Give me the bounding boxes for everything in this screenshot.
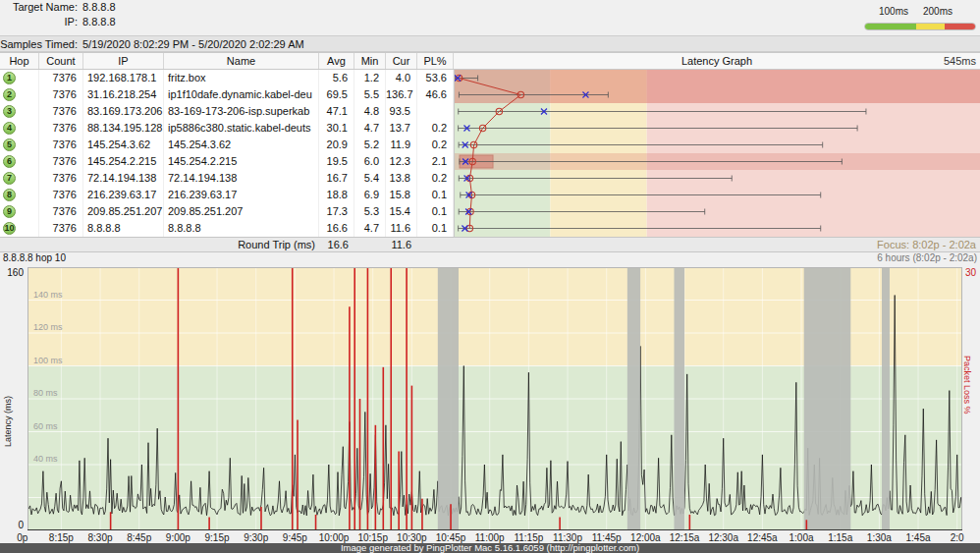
- samples-timed-value: 5/19/2020 8:02:29 PM - 5/20/2020 2:02:29…: [82, 38, 304, 50]
- hop-badge: 2: [3, 88, 16, 101]
- x-axis-label: 9:30p: [244, 532, 268, 543]
- cell-min: 4.7: [354, 120, 386, 137]
- samples-timed-bar: Samples Timed:5/19/2020 8:02:29 PM - 5/2…: [0, 35, 980, 52]
- svg-text:40 ms: 40 ms: [33, 454, 58, 464]
- cell-count: 7376: [39, 170, 83, 187]
- cell-avg: 5.6: [319, 70, 354, 86]
- column-header-ip[interactable]: IP: [83, 53, 164, 69]
- cell-name: 145.254.2.215: [164, 153, 319, 170]
- cell-pl: 0.2: [417, 170, 454, 187]
- ip-value: 8.8.8.8: [82, 16, 116, 28]
- cell-hop: 4: [0, 120, 39, 137]
- x-axis-label: 8:15p: [49, 532, 74, 543]
- x-axis-label: 2:0: [951, 532, 964, 543]
- column-header-pl[interactable]: PL%: [417, 53, 454, 69]
- cell-count: 7376: [39, 70, 83, 86]
- cell-ip: 192.168.178.1: [83, 70, 164, 86]
- cell-avg: 16.6: [319, 220, 354, 237]
- packet-loss-max-label: 30: [965, 267, 976, 278]
- x-axis-label: 0p: [17, 532, 27, 543]
- target-info-panel: Target Name:8.8.8.8 IP:8.8.8.8: [0, 0, 854, 35]
- cell-pl: [417, 103, 454, 120]
- svg-text:140 ms: 140 ms: [33, 290, 63, 300]
- hop-table-header: Hop Count IP Name Avg Min Cur PL% Latenc…: [0, 52, 980, 70]
- cell-pl: 2.1: [417, 153, 454, 170]
- cell-min: 5.5: [354, 86, 386, 103]
- cell-min: 5.3: [354, 203, 386, 220]
- latency-graph-canvas[interactable]: [454, 70, 980, 237]
- svg-text:120 ms: 120 ms: [33, 322, 63, 332]
- packet-loss-axis-title: Packet Loss %: [962, 356, 972, 415]
- hop-badge: 9: [3, 205, 16, 218]
- ip-label: IP:: [0, 15, 82, 29]
- svg-text:60 ms: 60 ms: [33, 421, 58, 431]
- round-trip-cur: 11.6: [386, 238, 417, 251]
- cell-name: 216.239.63.17: [164, 187, 319, 203]
- round-trip-label: Round Trip (ms): [164, 238, 319, 251]
- cell-avg: 17.3: [319, 203, 354, 220]
- cell-name: fritz.box: [164, 70, 319, 86]
- cell-pl: 0.1: [417, 203, 454, 220]
- cell-name: 83-169-173-206-isp.superkab: [164, 103, 319, 120]
- cell-cur: 93.5: [386, 103, 417, 120]
- round-trip-avg: 16.6: [319, 238, 354, 251]
- target-name-label: Target Name:: [0, 0, 82, 15]
- hop-badge: 4: [3, 122, 16, 135]
- cell-cur: 11.6: [386, 220, 417, 237]
- column-header-name[interactable]: Name: [164, 53, 319, 69]
- x-axis-label: 1:00a: [789, 532, 814, 543]
- cell-ip: 31.16.218.254: [83, 86, 164, 103]
- legend-gradient-bar: [864, 23, 976, 30]
- cell-avg: 19.5: [319, 153, 354, 170]
- samples-timed-label: Samples Timed:: [0, 36, 82, 53]
- x-axis-label: 1:15a: [828, 532, 852, 543]
- pingplotter-window: { "header": { "target_name_label": "Targ…: [0, 0, 980, 553]
- cell-ip: 216.239.63.17: [83, 187, 164, 203]
- cell-avg: 18.8: [319, 187, 354, 203]
- column-header-avg[interactable]: Avg: [319, 53, 354, 69]
- cell-hop: 8: [0, 187, 39, 203]
- cell-hop: 9: [0, 203, 39, 220]
- cell-cur: 136.7: [386, 86, 417, 103]
- x-axis-label: 1:30a: [867, 532, 892, 543]
- x-axis-label: 8:30p: [88, 532, 113, 543]
- cell-avg: 69.5: [319, 86, 354, 103]
- cell-ip: 83.169.173.206: [83, 103, 164, 120]
- timeline-chart-canvas[interactable]: 140 ms120 ms100 ms80 ms60 ms40 ms: [27, 267, 962, 530]
- legend-yellow-segment: [916, 24, 945, 29]
- round-trip-row: Round Trip (ms) 16.6 11.6 Focus: 8:02p -…: [0, 237, 980, 252]
- column-header-count[interactable]: Count: [39, 53, 83, 69]
- y-axis-min-label: 0: [0, 520, 24, 530]
- cell-count: 7376: [39, 220, 83, 237]
- cell-ip: 72.14.194.138: [83, 170, 164, 187]
- x-axis-label: 9:45p: [283, 532, 307, 543]
- cell-pl: 0.1: [417, 187, 454, 203]
- hop-badge: 5: [3, 138, 16, 151]
- column-header-min[interactable]: Min: [354, 53, 386, 69]
- cell-avg: 47.1: [319, 103, 354, 120]
- cell-cur: 12.3: [386, 153, 417, 170]
- cell-name: ip5886c380.static.kabel-deuts: [164, 120, 319, 137]
- cell-hop: 5: [0, 137, 39, 153]
- cell-cur: 13.7: [386, 120, 417, 137]
- cell-hop: 7: [0, 170, 39, 187]
- y-axis-max-label: 160: [0, 267, 24, 278]
- cell-name: 145.254.3.62: [164, 137, 319, 153]
- column-header-cur[interactable]: Cur: [386, 53, 417, 69]
- cell-ip: 209.85.251.207: [83, 203, 164, 220]
- cell-name: 8.8.8.8: [164, 220, 319, 237]
- cell-pl: 0.1: [417, 220, 454, 237]
- svg-text:100 ms: 100 ms: [33, 356, 63, 365]
- svg-text:80 ms: 80 ms: [33, 388, 58, 398]
- cell-min: 5.2: [354, 137, 386, 153]
- column-header-hop[interactable]: Hop: [0, 53, 39, 69]
- cell-hop: 3: [0, 103, 39, 120]
- cell-cur: 11.9: [386, 137, 417, 153]
- hop-badge: 7: [3, 172, 16, 185]
- cell-cur: 15.8: [386, 187, 417, 203]
- timeline-target-label: 8.8.8.8 hop 10: [3, 252, 66, 263]
- legend-red-segment: [945, 24, 975, 29]
- cell-count: 7376: [39, 103, 83, 120]
- column-header-latency-graph[interactable]: Latency Graph 545ms: [454, 53, 980, 69]
- hop-badge: 3: [3, 105, 16, 118]
